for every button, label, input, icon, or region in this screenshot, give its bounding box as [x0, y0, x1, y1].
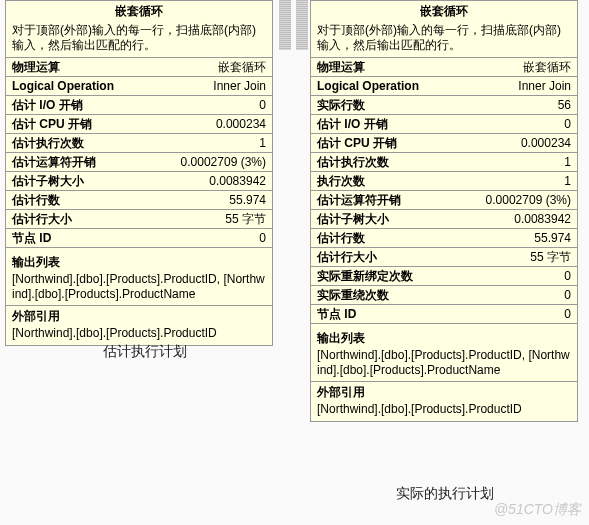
prop-val: 0.000234: [216, 116, 266, 132]
prop-key: 估计行数: [317, 230, 365, 246]
prop-row: 估计运算符开销0.0002709 (3%): [6, 153, 272, 172]
prop-row: 估计行数55.974: [311, 229, 577, 248]
watermark: @51CTO博客: [494, 501, 581, 519]
prop-row: 估计 CPU 开销0.000234: [311, 134, 577, 153]
caption-estimated: 估计执行计划: [5, 343, 285, 361]
prop-key: 估计行大小: [12, 211, 72, 227]
prop-key: 估计 CPU 开销: [12, 116, 92, 132]
gutter-right: [296, 0, 308, 50]
prop-val: 0: [564, 287, 571, 303]
prop-val: 嵌套循环: [523, 59, 571, 75]
panel-description: 对于顶部(外部)输入的每一行，扫描底部(内部)输入，然后输出匹配的行。: [6, 22, 272, 58]
prop-val: 55.974: [229, 192, 266, 208]
prop-key: 估计运算符开销: [317, 192, 401, 208]
prop-val: 0.0002709 (3%): [486, 192, 571, 208]
prop-row: 估计行大小55 字节: [6, 210, 272, 229]
prop-key: 节点 ID: [12, 230, 51, 246]
prop-val: 1: [259, 135, 266, 151]
prop-val: 0: [564, 306, 571, 322]
prop-key: 实际重新绑定次数: [317, 268, 413, 284]
prop-row: Logical OperationInner Join: [311, 77, 577, 96]
prop-row: Logical OperationInner Join: [6, 77, 272, 96]
prop-key: 估计子树大小: [12, 173, 84, 189]
prop-key: 估计行大小: [317, 249, 377, 265]
prop-row: 节点 ID0: [311, 305, 577, 324]
tooltip-actual-plan: 嵌套循环 对于顶部(外部)输入的每一行，扫描底部(内部)输入，然后输出匹配的行。…: [310, 0, 578, 422]
prop-row: 估计运算符开销0.0002709 (3%): [311, 191, 577, 210]
prop-val: 1: [564, 173, 571, 189]
prop-key: 执行次数: [317, 173, 365, 189]
prop-key: 估计 I/O 开销: [12, 97, 83, 113]
prop-key: 实际行数: [317, 97, 365, 113]
prop-key: 物理运算: [12, 59, 60, 75]
prop-val: 0.0083942: [209, 173, 266, 189]
prop-key: 估计执行次数: [317, 154, 389, 170]
prop-row: 估计执行次数1: [6, 134, 272, 153]
prop-row: 物理运算嵌套循环: [6, 58, 272, 77]
prop-val: 0.0083942: [514, 211, 571, 227]
prop-key: 估计运算符开销: [12, 154, 96, 170]
prop-row: 估计执行次数1: [311, 153, 577, 172]
prop-val: 55 字节: [225, 211, 266, 227]
prop-row: 估计行数55.974: [6, 191, 272, 210]
prop-val: 0: [564, 116, 571, 132]
outer-ref-title: 外部引用: [6, 306, 272, 326]
prop-val: 嵌套循环: [218, 59, 266, 75]
prop-row: 估计子树大小0.0083942: [311, 210, 577, 229]
panel-title: 嵌套循环: [6, 1, 272, 22]
prop-key: 估计执行次数: [12, 135, 84, 151]
prop-row: 实际行数56: [311, 96, 577, 115]
prop-key: 估计 CPU 开销: [317, 135, 397, 151]
prop-val: Inner Join: [518, 78, 571, 94]
prop-row: 估计子树大小0.0083942: [6, 172, 272, 191]
prop-key: 节点 ID: [317, 306, 356, 322]
output-list-title: 输出列表: [6, 248, 272, 272]
prop-row: 物理运算嵌套循环: [311, 58, 577, 77]
prop-val: 0: [564, 268, 571, 284]
prop-row: 估计 CPU 开销0.000234: [6, 115, 272, 134]
prop-key: 估计行数: [12, 192, 60, 208]
prop-val: 0.000234: [521, 135, 571, 151]
prop-row: 实际重新绑定次数0: [311, 267, 577, 286]
prop-key: 估计 I/O 开销: [317, 116, 388, 132]
outer-ref-title: 外部引用: [311, 382, 577, 402]
prop-row: 实际重绕次数0: [311, 286, 577, 305]
tooltip-estimated-plan: 嵌套循环 对于顶部(外部)输入的每一行，扫描底部(内部)输入，然后输出匹配的行。…: [5, 0, 273, 346]
prop-row: 估计行大小55 字节: [311, 248, 577, 267]
prop-val: Inner Join: [213, 78, 266, 94]
prop-val: 55.974: [534, 230, 571, 246]
prop-row: 估计 I/O 开销0: [6, 96, 272, 115]
panel-title: 嵌套循环: [311, 1, 577, 22]
output-list-title: 输出列表: [311, 324, 577, 348]
output-list-text: [Northwind].[dbo].[Products].ProductID, …: [311, 348, 577, 382]
prop-key: 估计子树大小: [317, 211, 389, 227]
prop-val: 56: [558, 97, 571, 113]
gutter-left: [279, 0, 291, 50]
prop-row: 节点 ID0: [6, 229, 272, 248]
prop-row: 执行次数1: [311, 172, 577, 191]
prop-key: 实际重绕次数: [317, 287, 389, 303]
outer-ref-text: [Northwind].[dbo].[Products].ProductID: [311, 402, 577, 421]
prop-row: 估计 I/O 开销0: [311, 115, 577, 134]
prop-key: 物理运算: [317, 59, 365, 75]
prop-val: 0: [259, 97, 266, 113]
prop-val: 55 字节: [530, 249, 571, 265]
prop-val: 1: [564, 154, 571, 170]
prop-val: 0: [259, 230, 266, 246]
prop-key: Logical Operation: [317, 78, 419, 94]
panel-description: 对于顶部(外部)输入的每一行，扫描底部(内部)输入，然后输出匹配的行。: [311, 22, 577, 58]
prop-val: 0.0002709 (3%): [181, 154, 266, 170]
output-list-text: [Northwind].[dbo].[Products].ProductID, …: [6, 272, 272, 306]
prop-key: Logical Operation: [12, 78, 114, 94]
